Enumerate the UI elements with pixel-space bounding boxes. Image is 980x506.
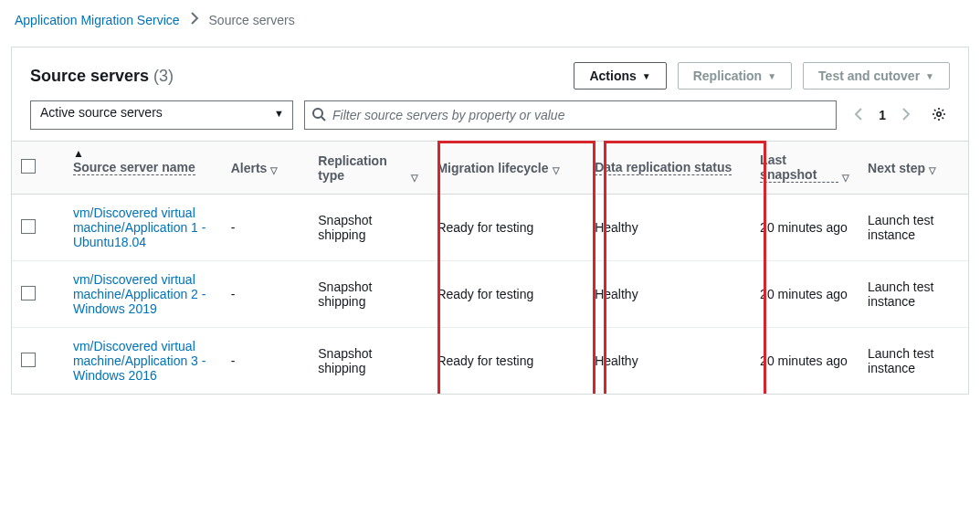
breadcrumb: Application Migration Service Source ser… xyxy=(0,0,980,32)
cell-rep-type: Snapshot shipping xyxy=(309,261,427,328)
svg-point-0 xyxy=(313,109,322,118)
sort-asc-icon: ▲ xyxy=(73,147,84,160)
sort-icon: ▽ xyxy=(270,165,278,175)
cell-snapshot: 20 minutes ago xyxy=(751,328,859,395)
cell-alerts: - xyxy=(222,328,310,395)
col-rep-type-label: Replication type xyxy=(318,153,407,183)
col-data-status[interactable]: Data replication status xyxy=(585,142,751,195)
row-checkbox[interactable] xyxy=(21,286,36,300)
row-checkbox[interactable] xyxy=(21,219,36,234)
test-cutover-label: Test and cutover xyxy=(818,69,920,83)
col-lifecycle[interactable]: Migration lifecycle▽ xyxy=(427,142,585,195)
server-name-link[interactable]: vm/Discovered virtual machine/Applicatio… xyxy=(73,206,206,249)
row-checkbox[interactable] xyxy=(21,353,36,367)
replication-label: Replication xyxy=(693,69,762,83)
select-all-checkbox[interactable] xyxy=(21,159,36,174)
source-servers-table: ▲ Source server name Alerts▽ Replication… xyxy=(12,141,968,394)
col-snapshot-label: Last snapshot xyxy=(760,153,838,183)
cell-next: Launch test instance xyxy=(859,261,968,328)
col-name[interactable]: ▲ Source server name xyxy=(64,142,222,195)
svg-point-2 xyxy=(937,111,941,115)
col-rep-type[interactable]: Replication type▽ xyxy=(309,142,427,195)
breadcrumb-current: Source servers xyxy=(209,13,295,27)
cell-alerts: - xyxy=(222,195,310,261)
table-row: vm/Discovered virtual machine/Applicatio… xyxy=(12,195,968,261)
chevron-right-icon xyxy=(187,11,202,28)
actions-button[interactable]: Actions ▼ xyxy=(574,62,666,90)
cell-lifecycle: Ready for testing xyxy=(427,328,585,395)
col-alerts[interactable]: Alerts▽ xyxy=(222,142,310,195)
cell-snapshot: 20 minutes ago xyxy=(751,261,859,328)
settings-button[interactable] xyxy=(928,103,950,128)
search-wrap xyxy=(304,100,837,130)
pager-page: 1 xyxy=(879,108,886,122)
filter-select[interactable]: Active source servers ▼ xyxy=(30,100,293,130)
table-row: vm/Discovered virtual machine/Applicatio… xyxy=(12,328,968,395)
cell-lifecycle: Ready for testing xyxy=(427,195,585,261)
title-count: (3) xyxy=(153,67,174,85)
panel-header: Source servers (3) Actions ▼ Replication… xyxy=(12,47,968,100)
cell-next: Launch test instance xyxy=(859,328,968,395)
col-snapshot[interactable]: Last snapshot▽ xyxy=(751,142,859,195)
cell-lifecycle: Ready for testing xyxy=(427,261,585,328)
title-text: Source servers xyxy=(30,67,149,85)
sort-icon: ▽ xyxy=(411,173,418,183)
caret-down-icon: ▼ xyxy=(925,71,934,81)
source-servers-panel: Source servers (3) Actions ▼ Replication… xyxy=(11,47,969,395)
table-wrap: ▲ Source server name Alerts▽ Replication… xyxy=(12,141,968,394)
col-next-label: Next step xyxy=(868,161,925,175)
sort-icon: ▽ xyxy=(929,165,936,175)
col-select-all xyxy=(12,142,64,195)
breadcrumb-root[interactable]: Application Migration Service xyxy=(15,13,180,27)
cell-data-status: Healthy xyxy=(585,195,751,261)
actions-label: Actions xyxy=(589,69,636,83)
pager-prev[interactable] xyxy=(848,105,869,126)
cell-rep-type: Snapshot shipping xyxy=(309,328,427,395)
horizontal-scrollbar[interactable] xyxy=(0,402,980,418)
col-alerts-label: Alerts xyxy=(231,161,268,175)
cell-rep-type: Snapshot shipping xyxy=(309,195,427,261)
test-cutover-button[interactable]: Test and cutover ▼ xyxy=(803,62,950,90)
caret-down-icon: ▼ xyxy=(642,71,651,81)
cell-next: Launch test instance xyxy=(859,195,968,261)
col-next[interactable]: Next step▽ xyxy=(859,142,968,195)
pager: 1 xyxy=(848,105,917,126)
server-name-link[interactable]: vm/Discovered virtual machine/Applicatio… xyxy=(73,339,206,383)
gear-icon xyxy=(932,107,946,121)
col-data-status-label: Data replication status xyxy=(595,160,732,175)
svg-line-1 xyxy=(321,117,325,121)
col-name-label: Source server name xyxy=(73,160,195,175)
toolbar: Active source servers ▼ 1 xyxy=(12,100,968,141)
server-name-link[interactable]: vm/Discovered virtual machine/Applicatio… xyxy=(73,272,206,316)
replication-button[interactable]: Replication ▼ xyxy=(678,62,792,90)
cell-data-status: Healthy xyxy=(585,328,751,395)
caret-down-icon: ▼ xyxy=(767,71,776,81)
page-title: Source servers (3) xyxy=(30,67,174,86)
cell-alerts: - xyxy=(222,261,310,328)
cell-data-status: Healthy xyxy=(585,261,751,328)
sort-icon: ▽ xyxy=(553,165,560,175)
col-lifecycle-label: Migration lifecycle xyxy=(437,161,548,175)
cell-snapshot: 20 minutes ago xyxy=(751,195,859,261)
table-row: vm/Discovered virtual machine/Applicatio… xyxy=(12,261,968,328)
search-input[interactable] xyxy=(304,100,837,130)
sort-icon: ▽ xyxy=(842,173,849,183)
pager-next[interactable] xyxy=(895,105,917,126)
filter-selected-value: Active source servers xyxy=(30,100,293,130)
search-icon xyxy=(311,107,326,124)
action-buttons: Actions ▼ Replication ▼ Test and cutover… xyxy=(574,62,950,90)
